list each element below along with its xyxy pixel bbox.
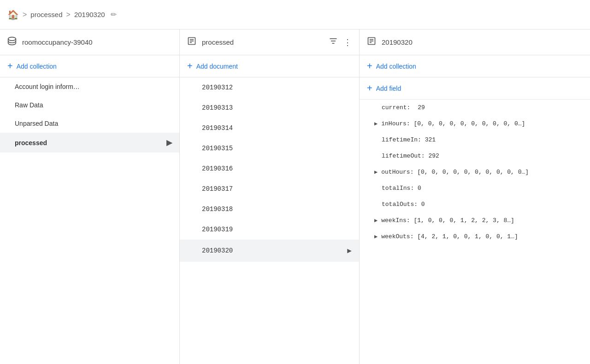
- doc-item-20190320[interactable]: 20190320 ▶: [180, 240, 359, 262]
- doc-label-20190312: 20190312: [202, 84, 233, 91]
- doc-label-20190319: 20190319: [202, 226, 233, 233]
- field-lifetimein: lifetimeIn: 321: [360, 132, 590, 148]
- left-panel-content: + Add collection Account login inform… R…: [0, 55, 179, 364]
- doc-label-20190314: 20190314: [202, 124, 233, 132]
- doc-label-20190318: 20190318: [202, 205, 233, 213]
- field-totalins: totalIns: 0: [360, 180, 590, 196]
- add-icon-left: +: [7, 61, 13, 71]
- add-field-label: Add field: [376, 85, 401, 92]
- doc-icon: [187, 36, 196, 48]
- right-panel-content: + Add collection + Add field current: 29…: [360, 55, 590, 364]
- left-panel: roomoccupancy-39040 + Add collection Acc…: [0, 29, 180, 364]
- home-icon[interactable]: 🏠: [7, 9, 19, 20]
- list-item-label-account: Account login inform…: [15, 83, 80, 90]
- field-value-totalouts: 0: [418, 201, 425, 208]
- field-lifetimeout: lifetimeOut: 292: [360, 148, 590, 164]
- list-item-label-unparsed: Unparsed Data: [15, 120, 58, 127]
- field-value-outhours: [0, 0, 0, 0, 0, 0, 0, 0, 0, 0…]: [413, 169, 529, 176]
- edit-icon[interactable]: ✏: [111, 10, 117, 19]
- add-collection-label-left: Add collection: [17, 63, 57, 70]
- add-document-label: Add document: [196, 63, 238, 70]
- main-container: roomoccupancy-39040 + Add collection Acc…: [0, 29, 590, 364]
- doc-item-20190312[interactable]: 20190312: [180, 77, 359, 98]
- list-item-label-rawdata: Raw Data: [15, 101, 43, 109]
- list-item-unparsed[interactable]: Unparsed Data: [0, 114, 179, 133]
- doc-item-20190314[interactable]: 20190314: [180, 118, 359, 138]
- list-item-rawdata[interactable]: Raw Data: [0, 96, 179, 114]
- middle-panel-header: processed ⋮: [180, 29, 359, 55]
- field-key-weekins: weekIns:: [381, 217, 410, 224]
- left-panel-header: roomoccupancy-39040: [0, 29, 179, 55]
- doc-label-20190315: 20190315: [202, 145, 233, 152]
- add-document-button[interactable]: + Add document: [180, 55, 359, 77]
- breadcrumb-date[interactable]: 20190320: [74, 11, 105, 18]
- field-value-totalins: 0: [414, 185, 421, 192]
- field-key-lifetimeout: lifetimeOut:: [382, 153, 425, 159]
- more-icon[interactable]: ⋮: [343, 37, 352, 47]
- doc-item-20190315[interactable]: 20190315: [180, 138, 359, 159]
- field-value-weekouts: [4, 2, 1, 0, 0, 1, 0, 0, 1…]: [413, 233, 518, 240]
- field-inhours[interactable]: ▶ inHours: [0, 0, 0, 0, 0, 0, 0, 0, 0, 0…: [360, 116, 590, 132]
- field-key-totalins: totalIns:: [382, 185, 414, 192]
- filter-icon[interactable]: [329, 36, 338, 48]
- list-item-label-processed: processed: [15, 139, 47, 147]
- doc-label-20190313: 20190313: [202, 104, 233, 112]
- field-key-totalouts: totalOuts:: [382, 201, 418, 208]
- right-panel-title: 20190320: [382, 38, 583, 46]
- middle-panel-title: processed: [202, 38, 323, 46]
- list-item-account[interactable]: Account login inform…: [0, 77, 179, 96]
- field-current: current: 29: [360, 100, 590, 116]
- middle-panel-content: + Add document 20190312 20190313 2019031…: [180, 55, 359, 364]
- add-collection-button-right[interactable]: + Add collection: [360, 55, 590, 77]
- doc-label-20190316: 20190316: [202, 165, 233, 172]
- field-weekins[interactable]: ▶ weekIns: [1, 0, 0, 0, 1, 2, 2, 3, 8…]: [360, 212, 590, 229]
- breadcrumb-processed[interactable]: processed: [30, 11, 62, 18]
- right-panel: 20190320 + Add collection + Add field cu…: [360, 29, 590, 364]
- database-icon: [7, 36, 17, 48]
- field-value-weekins: [1, 0, 0, 0, 1, 2, 2, 3, 8…]: [410, 217, 514, 224]
- field-key-weekouts: weekOuts:: [381, 233, 413, 240]
- field-weekouts[interactable]: ▶ weekOuts: [4, 2, 1, 0, 0, 1, 0, 0, 1…]: [360, 229, 590, 245]
- field-totalouts: totalOuts: 0: [360, 196, 590, 212]
- expand-icon-weekins[interactable]: ▶: [374, 217, 378, 224]
- field-key-inhours: inHours:: [381, 120, 410, 127]
- doc-item-20190318[interactable]: 20190318: [180, 199, 359, 219]
- field-key-outhours: outHours:: [381, 169, 413, 176]
- separator-1: >: [23, 11, 27, 19]
- field-key-lifetimein: lifetimeIn:: [382, 136, 421, 143]
- add-collection-label-right: Add collection: [376, 63, 416, 70]
- add-icon-middle: +: [187, 61, 193, 71]
- doc-icon-right: [367, 36, 376, 48]
- expand-icon-inhours[interactable]: ▶: [374, 120, 378, 127]
- doc-item-20190316[interactable]: 20190316: [180, 159, 359, 179]
- middle-panel-actions: ⋮: [329, 36, 352, 48]
- doc-item-20190319[interactable]: 20190319: [180, 219, 359, 240]
- separator-2: >: [66, 11, 71, 19]
- add-icon-field: +: [367, 83, 372, 94]
- chevron-right-icon-doc: ▶: [347, 246, 352, 255]
- expand-icon-outhours[interactable]: ▶: [374, 169, 378, 176]
- doc-item-20190313[interactable]: 20190313: [180, 98, 359, 118]
- expand-icon-weekouts[interactable]: ▶: [374, 233, 378, 240]
- add-field-button[interactable]: + Add field: [360, 77, 590, 100]
- middle-panel: processed ⋮ + Add document 20190312: [180, 29, 360, 364]
- field-value-current: 29: [414, 104, 425, 111]
- field-value-inhours: [0, 0, 0, 0, 0, 0, 0, 0, 0, 0…]: [410, 120, 525, 127]
- list-item-processed[interactable]: processed ▶: [0, 133, 179, 153]
- right-panel-header: 20190320: [360, 29, 590, 55]
- left-panel-title: roomoccupancy-39040: [22, 38, 172, 46]
- field-value-lifetimeout: 292: [425, 153, 439, 159]
- field-value-lifetimein: 321: [421, 136, 436, 143]
- field-key-current: current:: [382, 104, 410, 111]
- breadcrumb: 🏠 > processed > 20190320 ✏: [0, 0, 590, 29]
- add-icon-right-collection: +: [367, 61, 372, 71]
- field-outhours[interactable]: ▶ outHours: [0, 0, 0, 0, 0, 0, 0, 0, 0, …: [360, 164, 590, 180]
- doc-item-20190317[interactable]: 20190317: [180, 179, 359, 199]
- doc-label-20190320: 20190320: [202, 247, 233, 254]
- add-collection-button-left[interactable]: + Add collection: [0, 55, 179, 77]
- doc-label-20190317: 20190317: [202, 185, 233, 193]
- chevron-right-icon-processed: ▶: [166, 138, 172, 147]
